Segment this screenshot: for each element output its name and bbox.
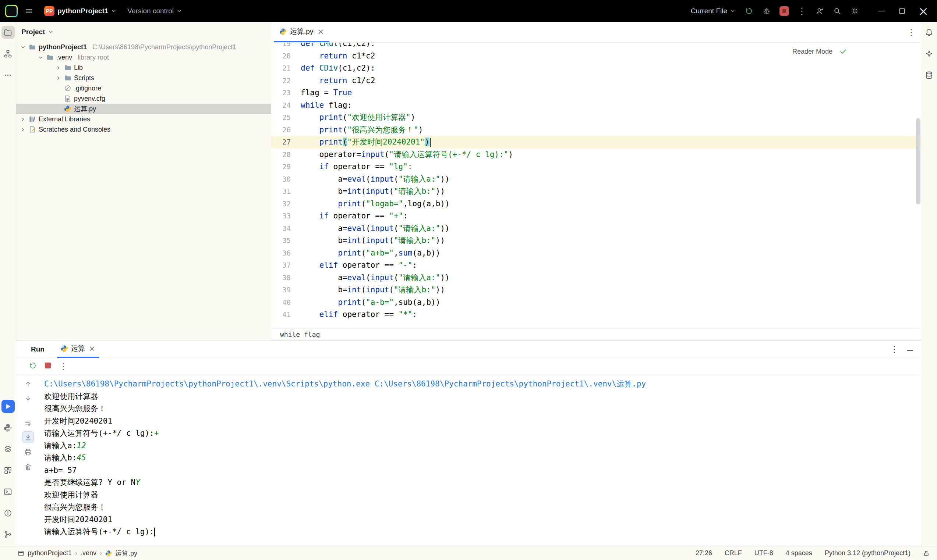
pycharm-logo	[5, 5, 18, 17]
tree-item[interactable]: .gitignore	[16, 83, 271, 93]
database-tool-button[interactable]	[923, 68, 936, 82]
code-line[interactable]: 21def CDiv(c1,c2):	[271, 62, 921, 75]
indent-setting[interactable]: 4 spaces	[786, 549, 812, 557]
project-tool-button[interactable]	[2, 26, 15, 39]
chevron-down-icon[interactable]	[20, 44, 26, 50]
project-panel-header[interactable]: Project	[16, 22, 271, 42]
code-line[interactable]: 34 a=eval(input("请输入a:"))	[271, 223, 921, 235]
code-line[interactable]: 35 b=int(input("请输入b:"))	[271, 235, 921, 247]
code-line[interactable]: 41 elif operator == "*":	[271, 309, 921, 321]
tree-item[interactable]: pythonProject1C:\Users\86198\PycharmProj…	[16, 42, 271, 52]
hide-run-panel-button[interactable]	[907, 346, 913, 352]
stop-button[interactable]	[45, 363, 51, 369]
editor-scrollbar[interactable]	[915, 43, 921, 328]
code-line[interactable]: 40 print("a-b=",sub(a,b))	[271, 296, 921, 309]
code-line[interactable]: 25 print("欢迎使用计算器")	[271, 111, 921, 124]
console-output[interactable]: C:\Users\86198\PycharmProjects\pythonPro…	[40, 374, 921, 546]
notifications-tool-button[interactable]	[923, 26, 936, 39]
version-control-tool-button[interactable]	[2, 528, 15, 541]
tab-options-button[interactable]: ⋮	[907, 28, 915, 37]
python-packages-tool-button[interactable]	[2, 442, 15, 455]
stop-button[interactable]	[776, 4, 792, 18]
code-line[interactable]: 23flag = True	[271, 87, 921, 99]
search-button[interactable]	[829, 4, 845, 18]
code-line[interactable]: 39 b=int(input("请输入b:"))	[271, 284, 921, 296]
minimize-button[interactable]	[870, 0, 891, 22]
up-button[interactable]	[22, 378, 34, 389]
run-tab[interactable]: 运算 ×	[57, 340, 99, 358]
maximize-button[interactable]	[891, 0, 913, 22]
run-config-selector[interactable]: Current File	[687, 5, 739, 17]
rerun-button[interactable]	[29, 362, 37, 371]
code-line[interactable]: 30 a=eval(input("请输入a:"))	[271, 173, 921, 186]
tree-item[interactable]: Scratches and Consoles	[16, 124, 271, 135]
code-line[interactable]: 37 elif operator == "-":	[271, 259, 921, 272]
tree-item[interactable]: Lib	[16, 63, 271, 73]
down-button[interactable]	[22, 393, 34, 404]
code-line[interactable]: 22 return c1/c2	[271, 75, 921, 87]
code-line[interactable]: 32 print("logab=",log(a,b))	[271, 198, 921, 210]
run-options-button[interactable]: ⋮	[890, 345, 899, 354]
vcs-widget[interactable]: Version control	[123, 5, 185, 17]
breadcrumbs[interactable]: while flag	[271, 328, 921, 340]
code-editor[interactable]: 19def CMul(c1,c2):20 return c1*c221def C…	[271, 43, 921, 328]
python-interpreter[interactable]: Python 3.12 (pythonProject1)	[825, 549, 911, 557]
chevron-right-icon[interactable]	[20, 126, 26, 133]
chevron-down-icon[interactable]	[37, 54, 44, 61]
tree-item[interactable]: Scripts	[16, 73, 271, 83]
trash-button[interactable]	[22, 461, 34, 472]
editor-tab[interactable]: 运算.py ×	[274, 22, 329, 42]
problems-tool-button[interactable]	[2, 506, 15, 520]
lock-icon[interactable]	[923, 550, 930, 557]
softwrap-button[interactable]	[22, 417, 34, 428]
code-line[interactable]: 31 b=int(input("请输入b:"))	[271, 185, 921, 198]
code-line[interactable]: 26 print("很高兴为您服务！")	[271, 124, 921, 136]
run-tool-button[interactable]	[2, 400, 15, 413]
project-selector[interactable]: PP pythonProject1	[40, 4, 120, 18]
line-ending[interactable]: CRLF	[725, 549, 742, 557]
code-line[interactable]: 38 a=eval(input("请输入a:"))	[271, 272, 921, 284]
statusbar-crumb-file[interactable]: 运算.py	[115, 549, 137, 558]
pycharm-window: PP pythonProject1 Version control Curren…	[0, 0, 937, 560]
main-menu-button[interactable]	[22, 4, 37, 18]
user-button[interactable]	[812, 4, 827, 18]
code-line[interactable]: 36 print("a+b=",sum(a,b))	[271, 247, 921, 260]
statusbar-crumb-project[interactable]: pythonProject1	[28, 549, 72, 557]
tree-item[interactable]: .venvlibrary root	[16, 52, 271, 63]
code-line[interactable]: 24while flag:	[271, 99, 921, 112]
settings-button[interactable]	[847, 4, 863, 18]
scrollbar-thumb[interactable]	[916, 118, 920, 205]
terminal-tool-button[interactable]	[2, 485, 15, 498]
more-tool-button[interactable]	[2, 68, 15, 82]
code-line[interactable]: 28 operator=input("请输入运算符号(+-*/ c lg):")	[271, 149, 921, 161]
more-button[interactable]: ⋮	[59, 362, 68, 371]
run-button[interactable]	[741, 4, 757, 18]
close-tab-icon[interactable]: ×	[317, 28, 324, 36]
reader-mode-widget[interactable]: Reader Mode	[792, 48, 832, 55]
structure-tool-button[interactable]	[2, 47, 15, 60]
code-line[interactable]: 29 if operator == "lg":	[271, 161, 921, 173]
chevron-right-icon[interactable]	[20, 116, 26, 122]
close-tab-icon[interactable]: ×	[89, 345, 95, 352]
tree-item[interactable]: External Libraries	[16, 114, 271, 124]
console-line: 欢迎使用计算器	[44, 391, 921, 403]
print-button[interactable]	[22, 446, 34, 457]
close-button[interactable]: ×	[913, 0, 934, 22]
tree-item[interactable]: 运算.py	[16, 104, 271, 114]
file-encoding[interactable]: UTF-8	[755, 549, 773, 557]
caret-position[interactable]: 27:26	[696, 549, 712, 557]
ai-assistant-tool-button[interactable]	[923, 47, 936, 60]
code-line[interactable]: 27 print("开发时间20240201")	[271, 136, 921, 149]
services-tool-button[interactable]	[2, 464, 15, 477]
debug-button[interactable]	[759, 4, 774, 18]
python-console-tool-button[interactable]	[2, 421, 15, 434]
more-actions-button[interactable]: ⋮	[794, 4, 810, 18]
chevron-right-icon[interactable]	[55, 75, 62, 81]
tree-item[interactable]: pyvenv.cfg	[16, 93, 271, 104]
breadcrumb-item[interactable]: while flag	[280, 331, 320, 338]
chevron-right-icon[interactable]	[55, 65, 62, 71]
code-line[interactable]: 33 if operator == "+":	[271, 210, 921, 223]
inspections-ok-icon[interactable]	[839, 48, 847, 55]
statusbar-crumb-venv[interactable]: .venv	[80, 549, 96, 557]
scroll-end-button[interactable]	[22, 432, 34, 443]
